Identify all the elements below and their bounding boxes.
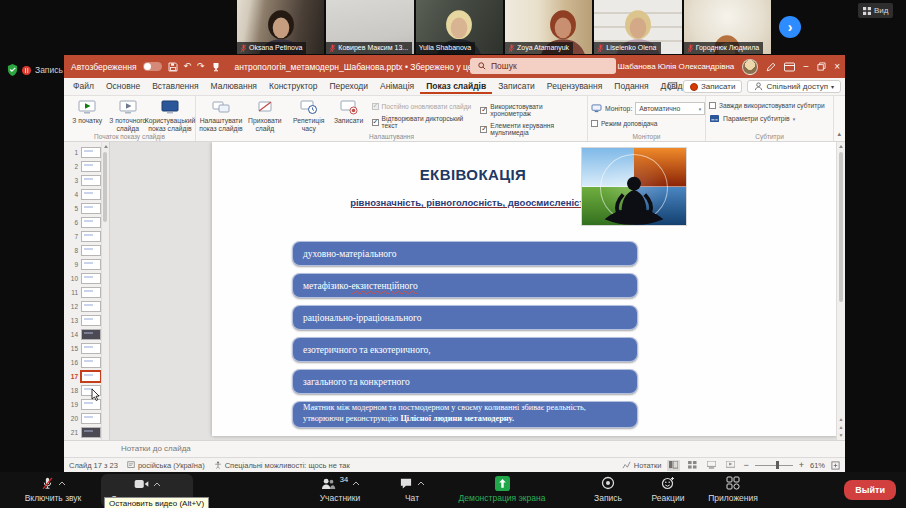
slide-canvas[interactable]: ЕКВІВОКАЦІЯ рівнозначність, рівноголосні…	[212, 142, 838, 436]
checkbox-box[interactable]	[372, 103, 379, 110]
thumbnail-scrollbar[interactable]	[101, 142, 109, 440]
thumbnail-preview[interactable]	[81, 245, 101, 256]
minimize-button[interactable]: −	[803, 62, 809, 72]
checkbox-box[interactable]	[591, 120, 598, 127]
apps-button[interactable]: Приложения	[700, 475, 766, 503]
chevron-up-icon[interactable]	[153, 482, 161, 487]
thumbnail-preview[interactable]	[81, 343, 101, 354]
hide-slide-button[interactable]: Приховати слайд	[243, 98, 287, 132]
record-slideshow-button[interactable]: Записати	[331, 98, 367, 125]
checkbox-box[interactable]	[709, 102, 716, 109]
slide-bullet-box-6[interactable]: Маятник між модерном та постмодерном у с…	[292, 401, 638, 428]
chat-button[interactable]: Чат	[388, 475, 436, 503]
chevron-up-icon[interactable]	[352, 481, 360, 486]
slide-bullet-box-3[interactable]: раціонально-ірраціонального	[292, 305, 638, 330]
undo-icon[interactable]: ↶	[184, 62, 192, 71]
ribbon-tab-1[interactable]: Файл	[67, 79, 100, 94]
video-tile[interactable]: Ковирев Максим 13...	[326, 0, 413, 54]
video-tile[interactable]: Yulia Shabanova	[416, 0, 503, 54]
zoom-slider[interactable]	[755, 465, 793, 466]
video-tile[interactable]: Oksana Petinova	[237, 0, 324, 54]
zoom-slider-knob[interactable]	[776, 461, 779, 469]
next-videos-button[interactable]: ›	[779, 16, 801, 38]
ribbon-tab-11[interactable]: Подання	[608, 79, 654, 94]
from-current-slide-button[interactable]: З поточного слайда	[108, 98, 149, 132]
fit-to-window-icon[interactable]	[831, 461, 840, 470]
thumbnail-preview[interactable]	[81, 175, 101, 186]
ribbon-tab-4[interactable]: Малювання	[205, 79, 263, 94]
thumbnail-preview[interactable]	[81, 217, 101, 228]
ribbon-tab-5[interactable]: Конструктор	[263, 79, 323, 94]
thumbnail-preview[interactable]	[81, 371, 101, 382]
thumbnail-preview[interactable]	[81, 287, 101, 298]
slide-bullet-box-5[interactable]: загального та конкретного	[292, 369, 638, 394]
custom-slideshow-button[interactable]: Користувацький показ слайдів	[148, 98, 192, 132]
thumbnail-preview[interactable]	[81, 329, 101, 340]
thumbnail-preview[interactable]	[81, 399, 101, 410]
slide-number-indicator[interactable]: Слайд 17 з 23	[69, 461, 118, 470]
zoom-percentage[interactable]: 61%	[810, 461, 825, 470]
ribbon-tab-7[interactable]: Анімація	[374, 79, 420, 94]
notes-pane[interactable]: Нотатки до слайда	[64, 440, 845, 457]
comments-icon[interactable]	[667, 81, 678, 92]
share-button[interactable]: Спільний доступ ▾	[747, 80, 841, 93]
editor-scrollbar[interactable]: ▲▲▼	[836, 142, 845, 440]
unmute-button[interactable]: Включить звук	[10, 475, 96, 503]
monitor-dropdown[interactable]: Автоматично ▾	[635, 102, 705, 115]
zoom-out-button[interactable]: −	[743, 461, 748, 470]
thumbnail-preview[interactable]	[81, 413, 101, 424]
slide-bullet-box-2[interactable]: метафізико-екзистенційного	[292, 273, 638, 298]
thumbnail-preview[interactable]	[81, 231, 101, 242]
thumbnail-preview[interactable]	[81, 315, 101, 326]
ribbon-tab-6[interactable]: Переходи	[323, 79, 374, 94]
rehearse-timings-button[interactable]: Репетиція часу	[287, 98, 331, 132]
video-tile[interactable]: Liseienko Olena	[594, 0, 681, 54]
redo-icon[interactable]: ↷	[197, 62, 205, 71]
setup-slideshow-button[interactable]: Налаштувати показ слайдів	[199, 98, 243, 132]
account-name[interactable]: Шабанова Юлія Олександрівна	[618, 62, 735, 71]
checkbox-always-captions[interactable]: Завжди використовувати субтитри	[709, 102, 825, 109]
checkbox-presenter-view[interactable]: Режим доповідача	[591, 120, 705, 127]
thumbnail-preview[interactable]	[81, 301, 101, 312]
share-screen-button[interactable]: Демонстрация экрана	[438, 475, 566, 503]
ribbon-tab-3[interactable]: Вставлення	[146, 79, 204, 94]
thumbnail-preview[interactable]	[81, 161, 101, 172]
document-title[interactable]: антропологія_метамодерн_Шабанова.pptx • …	[235, 62, 498, 72]
checkbox-play-narrations[interactable]: Відтворювати дикторський текст	[372, 115, 476, 129]
collapse-ribbon-icon[interactable]: ▴	[837, 130, 841, 138]
chevron-up-icon[interactable]	[417, 481, 425, 486]
view-button[interactable]: Вид	[858, 3, 893, 18]
search-box[interactable]: Пошук	[470, 58, 616, 74]
thumbnail-preview[interactable]	[81, 273, 101, 284]
autosave-toggle[interactable]	[143, 62, 162, 71]
checkbox-box[interactable]	[480, 107, 487, 114]
checkbox-use-timings[interactable]: Використовувати хронометраж	[480, 103, 584, 117]
reactions-button[interactable]: Реакции	[640, 475, 696, 503]
slide-sorter-view-button[interactable]	[686, 460, 699, 471]
thumbnail-preview[interactable]	[81, 427, 101, 438]
record-button[interactable]: Записати	[683, 80, 743, 93]
slide-bullet-box-1[interactable]: духовно-матеріального	[292, 241, 638, 266]
slide-nav-buttons[interactable]: ▲▲▼	[837, 417, 845, 438]
checkbox-keep-slides-updated[interactable]: Постійно оновлювати слайди	[372, 103, 476, 110]
ribbon-tab-9[interactable]: Записати	[492, 79, 541, 94]
notes-toggle[interactable]: Нотатки	[622, 461, 662, 470]
accessibility-indicator[interactable]: Спеціальні можливості: щось не так	[214, 461, 350, 470]
record-button[interactable]: Запись	[580, 475, 636, 503]
language-indicator[interactable]: російська (Україна)	[127, 461, 205, 470]
from-beginning-button[interactable]: З початку	[67, 98, 108, 125]
thumbnail-preview[interactable]	[81, 259, 101, 270]
slide-bullet-box-4[interactable]: езотеричного та екзотеричного,	[292, 337, 638, 362]
avatar[interactable]	[742, 59, 758, 75]
ribbon-tab-2[interactable]: Основне	[100, 79, 146, 94]
leave-meeting-button[interactable]: Выйти	[844, 480, 896, 500]
close-button[interactable]: ×	[834, 62, 840, 72]
record-pause-icon[interactable]	[22, 66, 31, 75]
thumbnail-preview[interactable]	[81, 203, 101, 214]
meditation-elements-image[interactable]	[581, 147, 687, 226]
slideshow-view-button[interactable]	[724, 460, 737, 471]
ribbon-display-options-icon[interactable]	[784, 62, 795, 72]
restore-button[interactable]	[817, 62, 826, 71]
video-tile[interactable]: Zoya Atamanyuk	[505, 0, 592, 54]
reading-view-button[interactable]	[705, 460, 718, 471]
